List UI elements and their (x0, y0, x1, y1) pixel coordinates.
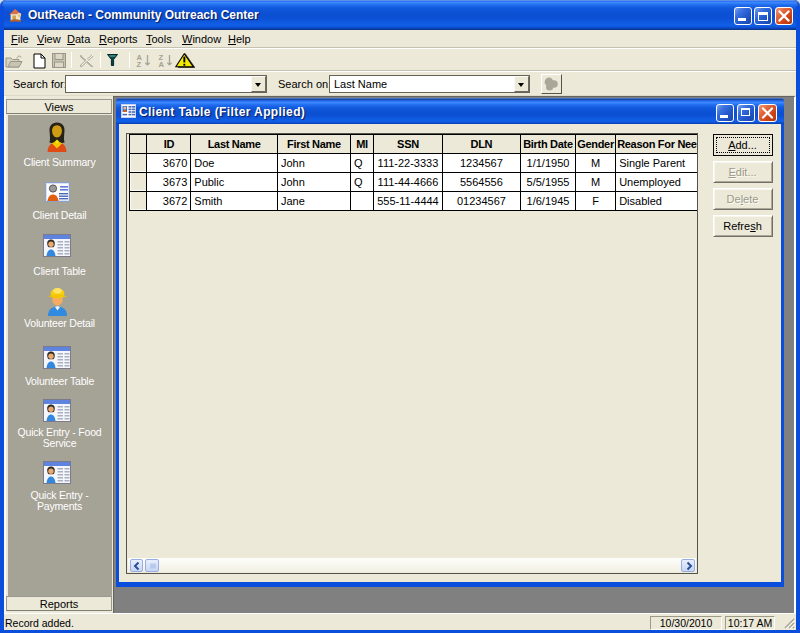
svg-text:Z: Z (137, 60, 142, 67)
svg-text:A: A (159, 60, 165, 67)
